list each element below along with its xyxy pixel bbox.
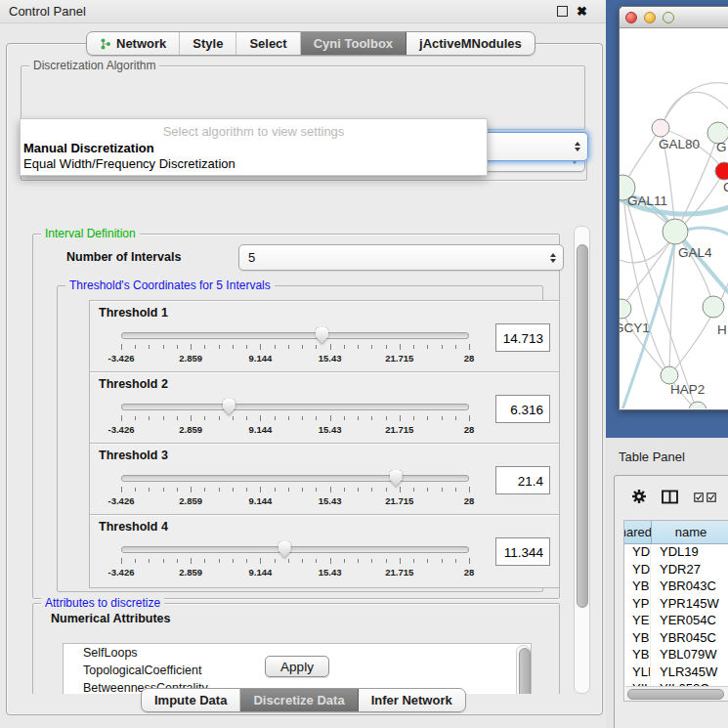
- slider-tick: [316, 416, 317, 420]
- cell-shared-name[interactable]: YER054C: [624, 613, 651, 630]
- settings-scrollbar-thumb[interactable]: [577, 244, 588, 608]
- bottom-tab-discretize-data[interactable]: Discretize Data: [240, 689, 358, 711]
- cell-shared-name[interactable]: YLR345W: [624, 664, 651, 682]
- bottom-tab-impute-data[interactable]: Impute Data: [142, 689, 240, 711]
- slider-tick-label: 21.715: [385, 495, 413, 506]
- close-traffic-light-icon[interactable]: [625, 12, 637, 23]
- bottom-tab-infer-network[interactable]: Infer Network: [359, 689, 465, 711]
- right-mid-node[interactable]: [703, 296, 724, 318]
- slider-tick: [302, 345, 303, 349]
- threshold-value-field[interactable]: 21.4: [495, 466, 550, 494]
- slider-thumb[interactable]: [390, 470, 403, 487]
- bottom-node[interactable]: [689, 402, 707, 408]
- cell-name[interactable]: YBR045C: [651, 630, 728, 648]
- slider-thumb[interactable]: [278, 541, 291, 558]
- slider-tick: [149, 416, 150, 420]
- cell-shared-name[interactable]: YDL19...: [624, 544, 651, 562]
- bottom-tab-bar: Impute DataDiscretize DataInfer Network: [141, 688, 466, 712]
- GCY1-node[interactable]: [620, 299, 631, 319]
- table-horizontal-scrollbar[interactable]: [625, 686, 728, 701]
- attributes-scrollbar-thumb[interactable]: [519, 648, 531, 694]
- attributes-list-scrollbar[interactable]: [516, 645, 531, 694]
- number-of-intervals-label: Number of Intervals: [66, 250, 181, 264]
- slider-tick-label: 15.43: [319, 495, 342, 506]
- network-edge[interactable]: [624, 128, 661, 185]
- tab-network[interactable]: Network: [87, 32, 180, 55]
- tab-jactivemnodules[interactable]: jActiveMNodules: [407, 32, 535, 55]
- table-row[interactable]: YER054CYER054C: [624, 613, 728, 630]
- GAL4-node[interactable]: [663, 219, 688, 244]
- algorithm-option-manual[interactable]: Manual Discretization: [23, 141, 154, 155]
- cell-name[interactable]: YBL079W: [651, 647, 728, 664]
- column-header-name[interactable]: name: [652, 521, 728, 543]
- cell-name[interactable]: YPR145W: [651, 596, 728, 614]
- network-window-titlebar[interactable]: [620, 7, 728, 28]
- cell-name[interactable]: YLR345W: [651, 664, 728, 682]
- cell-shared-name[interactable]: YBR043C: [624, 578, 651, 596]
- threshold-slider[interactable]: -3.4262.8599.14415.4321.71528: [121, 541, 469, 582]
- table-row[interactable]: YBL079WYBL079W: [624, 647, 728, 664]
- slider-tick: [469, 344, 470, 350]
- table-row[interactable]: YDR27...YDR27: [624, 562, 728, 579]
- node-attribute-table[interactable]: shared... name YDL19...YDL19YDR27...YDR2…: [623, 520, 728, 702]
- slider-track[interactable]: [121, 404, 469, 410]
- settings-scrollbar[interactable]: [574, 226, 590, 694]
- slider-tick: [288, 345, 289, 349]
- slider-thumb[interactable]: [223, 399, 236, 415]
- slider-tick: [288, 416, 289, 420]
- table-row[interactable]: YBR045CYBR045C: [624, 630, 728, 648]
- table-row[interactable]: YLR345WYLR345W: [624, 664, 728, 682]
- red-node[interactable]: [715, 162, 728, 180]
- slider-track[interactable]: [121, 332, 469, 339]
- table-row[interactable]: YDL19...YDL19: [624, 544, 728, 562]
- cell-name[interactable]: YDL19: [651, 544, 728, 562]
- slider-tick: [191, 487, 192, 492]
- algorithm-option-equal-width[interactable]: Equal Width/Frequency Discretization: [23, 156, 236, 171]
- table-panel-title: Table Panel: [619, 450, 685, 464]
- threshold-slider[interactable]: -3.4262.8599.14415.4321.71528: [121, 399, 469, 440]
- slider-thumb[interactable]: [316, 327, 328, 344]
- slider-track[interactable]: [121, 475, 469, 482]
- tab-select[interactable]: Select: [236, 32, 300, 55]
- slider-track[interactable]: [121, 546, 469, 553]
- network-canvas[interactable]: GAL80GCGAL11GAL4GCY1HHAP2: [620, 27, 728, 408]
- table-hscrollbar-thumb[interactable]: [627, 689, 724, 700]
- cell-name[interactable]: YBR043C: [651, 578, 728, 596]
- split-columns-icon[interactable]: [662, 490, 679, 504]
- cell-name[interactable]: YDR27: [651, 562, 728, 579]
- slider-tick: [135, 416, 136, 420]
- threshold-slider[interactable]: -3.4262.8599.14415.4321.71528: [121, 327, 469, 368]
- threshold-value-field[interactable]: 11.344: [495, 537, 550, 566]
- number-of-intervals-select[interactable]: 5: [238, 244, 564, 271]
- algorithm-placeholder-option[interactable]: Select algorithm to view settings: [21, 124, 487, 139]
- cell-shared-name[interactable]: YPR145W: [624, 596, 651, 614]
- apply-button[interactable]: Apply: [265, 656, 329, 677]
- network-edge[interactable]: [672, 312, 713, 372]
- slider-tick: [233, 345, 234, 349]
- checkboxes-icon[interactable]: [694, 492, 717, 502]
- table-row[interactable]: YBR043CYBR043C: [624, 578, 728, 596]
- slider-tick: [427, 416, 428, 420]
- column-header-shared-name[interactable]: shared...: [624, 521, 652, 543]
- slider-tick: [191, 344, 192, 350]
- network-edge[interactable]: [677, 233, 728, 293]
- gear-icon[interactable]: [631, 489, 647, 504]
- minimize-traffic-light-icon[interactable]: [644, 12, 656, 23]
- cell-name[interactable]: YER054C: [651, 613, 728, 630]
- zoom-traffic-light-icon[interactable]: [663, 12, 674, 23]
- network-edge[interactable]: [661, 83, 728, 128]
- cell-shared-name[interactable]: YBR045C: [624, 630, 651, 648]
- slider-tick: [288, 559, 289, 563]
- threshold-value-field[interactable]: 14.713: [495, 323, 550, 352]
- GAL80-node[interactable]: [652, 119, 669, 137]
- cell-shared-name[interactable]: YBL079W: [624, 647, 651, 664]
- threshold-slider[interactable]: -3.4262.8599.14415.4321.71528: [121, 470, 469, 511]
- close-icon[interactable]: ✖: [577, 5, 589, 18]
- cell-shared-name[interactable]: YDR27...: [624, 562, 651, 579]
- tab-cyni-toolbox[interactable]: Cyni Toolbox: [301, 32, 407, 55]
- tab-style[interactable]: Style: [180, 32, 236, 55]
- table-row[interactable]: YPR145WYPR145W: [624, 596, 728, 614]
- network-edge[interactable]: [680, 171, 724, 228]
- float-window-icon[interactable]: [556, 5, 569, 18]
- threshold-value-field[interactable]: 6.316: [495, 395, 550, 423]
